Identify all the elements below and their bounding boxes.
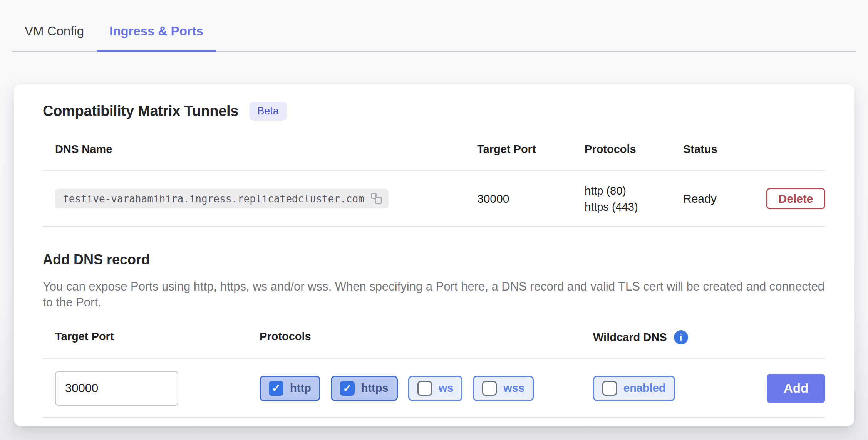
checkbox-unchecked-icon [482, 381, 497, 396]
delete-button[interactable]: Delete [766, 188, 825, 209]
protocol-line-http: http (80) [585, 183, 683, 199]
dns-name-value: festive-varahamihira.ingress.replicatedc… [63, 193, 364, 205]
protocol-checkbox-http-label: http [290, 382, 311, 395]
checkbox-unchecked-icon [602, 381, 617, 396]
row-status: Ready [683, 192, 758, 205]
beta-badge: Beta [249, 102, 287, 121]
checkbox-checked-icon: ✓ [269, 381, 283, 396]
tunnels-table-header: DNS Name Target Port Protocols Status [43, 121, 825, 171]
wildcard-enabled-label: enabled [623, 382, 666, 395]
add-dns-form-row: ✓ http ✓ https ws wss enabled Add [43, 359, 825, 418]
wildcard-enabled-checkbox[interactable]: enabled [593, 376, 675, 401]
checkbox-unchecked-icon [417, 381, 432, 396]
add-button[interactable]: Add [767, 374, 825, 403]
checkbox-checked-icon: ✓ [340, 381, 355, 396]
form-header-wildcard-dns: Wildcard DNS [593, 331, 667, 344]
info-icon[interactable]: i [674, 330, 688, 344]
tunnels-card: Compatibility Matrix Tunnels Beta DNS Na… [14, 84, 854, 426]
tab-ingress-ports[interactable]: Ingress & Ports [97, 22, 216, 52]
protocol-checkbox-https-label: https [361, 382, 389, 395]
add-dns-form-header: Target Port Protocols Wildcard DNS i [43, 310, 825, 359]
column-header-status: Status [683, 143, 758, 156]
protocols-options: ✓ http ✓ https ws wss [260, 376, 593, 401]
protocol-checkbox-wss[interactable]: wss [473, 376, 534, 401]
column-header-protocols: Protocols [585, 143, 683, 156]
add-dns-title: Add DNS record [43, 252, 825, 268]
tab-bar: VM Config Ingress & Ports [12, 0, 856, 52]
tab-vm-config[interactable]: VM Config [12, 22, 97, 52]
protocol-checkbox-wss-label: wss [503, 382, 524, 395]
column-header-dns-name: DNS Name [55, 143, 477, 156]
table-row: festive-varahamihira.ingress.replicatedc… [43, 171, 825, 227]
form-header-protocols: Protocols [260, 330, 593, 344]
card-title: Compatibility Matrix Tunnels [43, 103, 238, 119]
protocol-checkbox-ws-label: ws [439, 382, 454, 395]
protocol-checkbox-ws[interactable]: ws [408, 376, 463, 401]
target-port-input[interactable] [55, 371, 178, 406]
row-target-port: 30000 [477, 192, 585, 205]
protocol-checkbox-https[interactable]: ✓ https [331, 376, 398, 401]
form-header-target-port: Target Port [55, 330, 260, 344]
row-protocols: http (80) https (443) [585, 183, 683, 215]
add-dns-description: You can expose Ports using http, https, … [43, 279, 825, 310]
copy-icon[interactable] [370, 192, 382, 205]
protocol-line-https: https (443) [585, 199, 683, 215]
column-header-target-port: Target Port [477, 143, 585, 156]
protocol-checkbox-http[interactable]: ✓ http [260, 376, 320, 401]
card-title-row: Compatibility Matrix Tunnels Beta [43, 102, 825, 121]
dns-name-pill: festive-varahamihira.ingress.replicatedc… [55, 189, 389, 208]
